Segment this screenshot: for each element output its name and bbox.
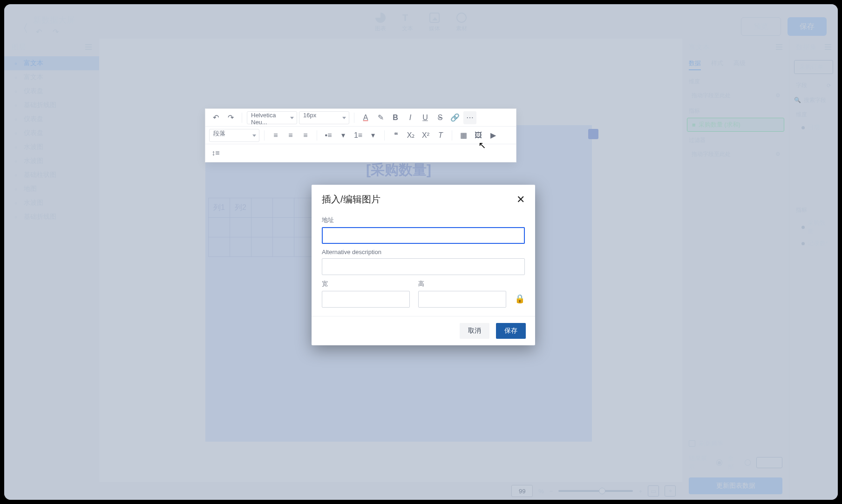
- cancel-button[interactable]: 取消: [460, 323, 489, 339]
- font-family-select[interactable]: Helvetica Neu...: [247, 111, 297, 124]
- width-label: 宽: [322, 280, 410, 288]
- line-height-icon[interactable]: ↕≡: [209, 147, 222, 160]
- font-size-select[interactable]: 16px: [299, 111, 349, 124]
- lock-aspect-icon[interactable]: 🔒: [515, 294, 525, 304]
- subscript-icon[interactable]: X₂: [404, 129, 417, 142]
- font-family-label: Helvetica Neu...: [251, 112, 276, 126]
- cursor-icon: ↖: [478, 140, 486, 151]
- clear-format-icon[interactable]: T: [434, 129, 447, 142]
- bold-icon[interactable]: B: [389, 111, 402, 124]
- align-center-icon[interactable]: ≡: [284, 129, 297, 142]
- underline-icon[interactable]: U: [419, 111, 432, 124]
- more-icon[interactable]: ⋯: [463, 111, 476, 124]
- align-right-icon[interactable]: ≡: [299, 129, 312, 142]
- insert-image-dialog: 插入/编辑图片 ✕ 地址 Alternative description 宽 高…: [312, 185, 535, 345]
- chevron-down-icon[interactable]: ▾: [367, 129, 380, 142]
- chevron-down-icon[interactable]: ▾: [337, 129, 350, 142]
- strikethrough-icon[interactable]: S: [434, 111, 447, 124]
- alt-label: Alternative description: [322, 249, 525, 255]
- insert-video-icon[interactable]: ▶: [487, 129, 500, 142]
- height-input[interactable]: [418, 291, 506, 308]
- link-icon[interactable]: 🔗: [448, 111, 462, 124]
- paragraph-label: 段落: [213, 130, 225, 137]
- alt-text-input[interactable]: [322, 258, 525, 275]
- text-color-icon[interactable]: A: [359, 111, 372, 124]
- height-label: 高: [418, 280, 506, 288]
- width-input[interactable]: [322, 291, 410, 308]
- italic-icon[interactable]: I: [404, 111, 417, 124]
- superscript-icon[interactable]: X²: [419, 129, 432, 142]
- table-icon[interactable]: ▦: [457, 129, 470, 142]
- dialog-save-button[interactable]: 保存: [496, 323, 526, 339]
- rich-text-toolbar: ↶ ↷ Helvetica Neu... 16px A ✎ B I U S 🔗 …: [205, 109, 516, 162]
- highlight-icon[interactable]: ✎: [374, 111, 387, 124]
- align-left-icon[interactable]: ≡: [269, 129, 282, 142]
- rte-undo-icon[interactable]: ↶: [209, 111, 222, 124]
- close-icon[interactable]: ✕: [516, 194, 525, 206]
- rte-redo-icon[interactable]: ↷: [224, 111, 237, 124]
- dialog-title: 插入/编辑图片: [322, 193, 380, 206]
- image-url-input[interactable]: [322, 227, 525, 244]
- quote-icon[interactable]: ❝: [389, 129, 402, 142]
- number-list-icon[interactable]: 1≡: [352, 129, 365, 142]
- paragraph-select[interactable]: 段落: [209, 129, 259, 142]
- font-size-label: 16px: [303, 112, 316, 119]
- bullet-list-icon[interactable]: •≡: [322, 129, 335, 142]
- url-label: 地址: [322, 216, 525, 224]
